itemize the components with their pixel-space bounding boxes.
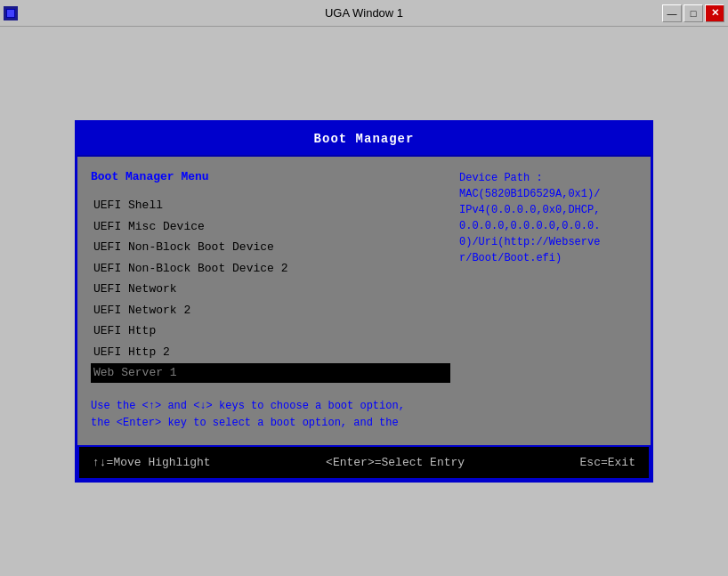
menu-item-uefi-nonblock1[interactable]: UEFI Non-Block Boot Device	[91, 238, 450, 257]
menu-item-uefi-http[interactable]: UEFI Http	[91, 321, 450, 341]
menu-item-uefi-network2[interactable]: UEFI Network 2	[91, 301, 450, 320]
uefi-main: Boot Manager Menu UEFI Shell UEFI Misc D…	[77, 157, 651, 445]
menu-title: Boot Manager Menu	[91, 170, 450, 183]
menu-item-uefi-nonblock2[interactable]: UEFI Non-Block Boot Device 2	[91, 259, 450, 279]
help-text: Use the <↑> and <↓> keys to choose a boo…	[91, 398, 450, 432]
uefi-footer: ↑↓=Move Highlight <Enter>=Select Entry E…	[77, 445, 651, 480]
menu-item-uefi-shell[interactable]: UEFI Shell	[91, 196, 450, 215]
maximize-button[interactable]: □	[684, 4, 703, 22]
minimize-button[interactable]: —	[662, 4, 682, 22]
window-title: UGA Window 1	[325, 6, 403, 20]
uefi-left-panel: Boot Manager Menu UEFI Shell UEFI Misc D…	[91, 170, 450, 432]
footer-exit: Esc=Exit	[580, 456, 635, 469]
footer-move: ↑↓=Move Highlight	[93, 456, 211, 469]
main-window: UGA Window 1 — □ ✕ Boot Manager Boot Man…	[0, 0, 728, 576]
menu-item-uefi-misc[interactable]: UEFI Misc Device	[91, 217, 450, 237]
uefi-header: Boot Manager	[77, 123, 651, 157]
menu-item-uefi-http2[interactable]: UEFI Http 2	[91, 343, 450, 362]
close-button[interactable]: ✕	[705, 4, 724, 22]
menu-item-web-server[interactable]: Web Server 1	[91, 363, 450, 383]
uefi-container: Boot Manager Boot Manager Menu UEFI Shel…	[75, 120, 653, 483]
uefi-right-panel: Device Path : MAC(5820B1D6529A,0x1)/ IPv…	[459, 170, 637, 432]
footer-select: <Enter>=Select Entry	[326, 456, 465, 469]
window-icon	[4, 6, 18, 20]
title-controls: — □ ✕	[662, 4, 724, 22]
menu-item-uefi-network[interactable]: UEFI Network	[91, 280, 450, 299]
window-content: Boot Manager Boot Manager Menu UEFI Shel…	[0, 27, 728, 576]
title-bar: UGA Window 1 — □ ✕	[0, 0, 728, 27]
title-bar-left	[4, 6, 18, 20]
device-path: Device Path : MAC(5820B1D6529A,0x1)/ IPv…	[459, 170, 637, 266]
